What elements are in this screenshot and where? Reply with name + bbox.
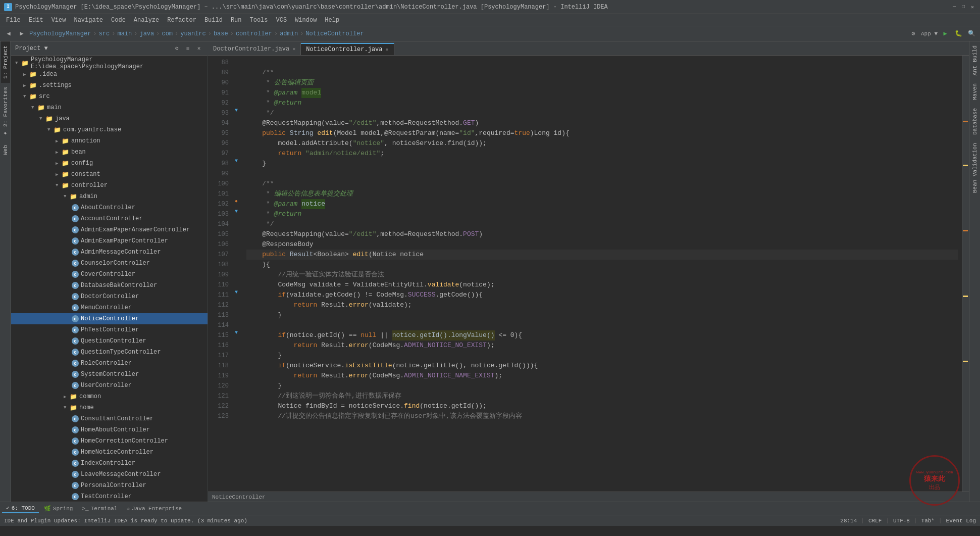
tab-todo[interactable]: ✓ 6: TODO bbox=[2, 504, 39, 513]
breadcrumb-project[interactable]: PsychologyManager bbox=[29, 30, 91, 37]
project-tab[interactable]: 1: Project bbox=[1, 41, 10, 83]
fold-icon-120[interactable]: ▼ bbox=[232, 328, 240, 336]
back-button[interactable]: ◀ bbox=[3, 28, 14, 39]
settings-icon[interactable]: ⚙ bbox=[172, 44, 181, 53]
tree-questioncontroller[interactable]: C QuestionController bbox=[11, 335, 208, 347]
tree-menucontroller[interactable]: C MenuController bbox=[11, 302, 208, 313]
tree-homeaboutcontroller[interactable]: C HomeAboutController bbox=[11, 424, 208, 435]
menu-tools[interactable]: Tools bbox=[246, 16, 272, 25]
layout-icon[interactable]: ≡ bbox=[183, 44, 192, 53]
status-crlf[interactable]: CRLF bbox=[868, 518, 882, 524]
tree-src[interactable]: ▼ 📁 src bbox=[11, 91, 208, 102]
tree-common[interactable]: ▶ 📁 common bbox=[11, 391, 208, 402]
tree-config[interactable]: ▶ 📁 config bbox=[11, 158, 208, 169]
tree-doctorcontroller[interactable]: C DoctorController bbox=[11, 291, 208, 302]
search-icon[interactable]: 🔍 bbox=[966, 28, 977, 39]
menu-build[interactable]: Build bbox=[200, 16, 227, 25]
maximize-button[interactable]: □ bbox=[960, 4, 967, 11]
breakpoint-icon-107[interactable]: ● bbox=[232, 197, 240, 205]
menu-file[interactable]: File bbox=[2, 16, 25, 25]
database-tab[interactable]: Database bbox=[970, 104, 979, 139]
tree-annotion[interactable]: ▶ 📁 annotion bbox=[11, 135, 208, 147]
bean-validation-tab[interactable]: Bean Validation bbox=[970, 139, 979, 197]
status-indent[interactable]: Tab* bbox=[921, 518, 935, 524]
window-controls[interactable]: ─ □ ✕ bbox=[951, 4, 976, 11]
tab-close-notice[interactable]: ✕ bbox=[386, 46, 389, 53]
tab-spring[interactable]: 🌿 Spring bbox=[40, 504, 77, 513]
right-scrollbar[interactable] bbox=[962, 56, 969, 492]
fold-icon-100[interactable]: ▼ bbox=[232, 157, 240, 165]
breadcrumb-yuanlrc[interactable]: yuanlrc bbox=[180, 30, 205, 37]
close-icon[interactable]: ✕ bbox=[194, 44, 203, 53]
status-charset[interactable]: UTF-8 bbox=[893, 518, 910, 524]
web-tab[interactable]: Web bbox=[1, 141, 10, 159]
tree-homenoticecontroller[interactable]: C HomeNoticeController bbox=[11, 447, 208, 458]
fold-icon-108[interactable]: ▼ bbox=[232, 207, 240, 215]
breadcrumb-controller[interactable]: controller bbox=[236, 30, 272, 37]
tree-main[interactable]: ▼ 📁 main bbox=[11, 102, 208, 113]
tab-terminal[interactable]: >_ Terminal bbox=[78, 505, 121, 513]
menu-edit[interactable]: Edit bbox=[25, 16, 47, 25]
menu-vcs[interactable]: VCS bbox=[272, 16, 291, 25]
breadcrumb-main[interactable]: main bbox=[117, 30, 132, 37]
maven-tab[interactable]: Maven bbox=[970, 79, 979, 104]
menu-help[interactable]: Help bbox=[321, 16, 343, 25]
tree-adminmessagecontroller[interactable]: C AdminMessageController bbox=[11, 247, 208, 258]
breadcrumb-base[interactable]: base bbox=[214, 30, 228, 37]
tab-java-enterprise[interactable]: ☕ Java Enterprise bbox=[122, 504, 186, 513]
tree-aboutcontroller[interactable]: C AboutController bbox=[11, 202, 208, 213]
tree-databasebakcontroller[interactable]: C DatabaseBakController bbox=[11, 280, 208, 291]
code-content[interactable]: /** * 公告编辑页面 * @param model * @return */ bbox=[242, 56, 962, 492]
breadcrumb-com[interactable]: com bbox=[162, 30, 173, 37]
tree-constant[interactable]: ▶ 📁 constant bbox=[11, 169, 208, 180]
tab-doctorcontroller[interactable]: DoctorController.java ✕ bbox=[208, 43, 301, 55]
breadcrumb-src[interactable]: src bbox=[99, 30, 110, 37]
tab-close-doctor[interactable]: ✕ bbox=[292, 46, 295, 52]
tree-settings[interactable]: ▶ 📁 .settings bbox=[11, 80, 208, 91]
tree-adminexampapercontroller[interactable]: C AdminExamPaperController bbox=[11, 235, 208, 247]
close-button[interactable]: ✕ bbox=[969, 4, 976, 11]
tree-covercontroller[interactable]: C CoverController bbox=[11, 269, 208, 280]
tree-bean[interactable]: ▶ 📁 bean bbox=[11, 147, 208, 158]
tree-leavemessagecontroller[interactable]: C LeaveMessageController bbox=[11, 469, 208, 480]
tree-home-folder[interactable]: ▼ 📁 home bbox=[11, 402, 208, 413]
menu-code[interactable]: Code bbox=[107, 16, 130, 25]
tree-testcontroller[interactable]: C TestController bbox=[11, 491, 208, 502]
menu-analyze[interactable]: Analyze bbox=[130, 16, 163, 25]
breadcrumb-java[interactable]: java bbox=[139, 30, 154, 37]
tree-rolecontroller[interactable]: C RoleController bbox=[11, 358, 208, 369]
menu-refactor[interactable]: Refactor bbox=[163, 16, 200, 25]
tab-noticecontroller[interactable]: NoticeController.java ✕ bbox=[301, 43, 394, 55]
tree-personalcontroller[interactable]: C PersonalController bbox=[11, 480, 208, 491]
breadcrumb-admin[interactable]: admin bbox=[280, 30, 298, 37]
tree-counselorcontroller[interactable]: C CounselorController bbox=[11, 258, 208, 269]
tree-questiontypecontroller[interactable]: C QuestionTypeController bbox=[11, 347, 208, 358]
tree-controller[interactable]: ▼ 📁 controller bbox=[11, 180, 208, 191]
menu-view[interactable]: View bbox=[47, 16, 70, 25]
tree-admin-folder[interactable]: ▼ 📁 admin bbox=[11, 191, 208, 202]
ant-build-tab[interactable]: Ant Build bbox=[970, 41, 979, 79]
tree-java[interactable]: ▼ 📁 java bbox=[11, 113, 208, 124]
menu-navigate[interactable]: Navigate bbox=[70, 16, 107, 25]
tree-phtestcontroller[interactable]: C PhTestController bbox=[11, 324, 208, 335]
menu-window[interactable]: Window bbox=[291, 16, 321, 25]
tree-accountcontroller[interactable]: C AccountController bbox=[11, 213, 208, 224]
run-icon[interactable]: ▶ bbox=[940, 28, 951, 39]
favorites-tab[interactable]: ★ 2: Favorites bbox=[1, 83, 10, 141]
debug-icon[interactable]: 🐛 bbox=[953, 28, 964, 39]
fold-icon-94[interactable]: ▼ bbox=[232, 106, 240, 114]
breadcrumb-notice[interactable]: NoticeController bbox=[305, 30, 364, 37]
fold-icon-117[interactable]: ▼ bbox=[232, 288, 240, 296]
tree-adminexampaperanswercontroller[interactable]: C AdminExamPaperAnswerController bbox=[11, 224, 208, 235]
tree-systemcontroller[interactable]: C SystemController bbox=[11, 369, 208, 380]
status-eventlog[interactable]: Event Log bbox=[946, 518, 976, 524]
tree-com-yuanlrc[interactable]: ▼ 📁 com.yuanlrc.base bbox=[11, 124, 208, 135]
tree-usercontroller[interactable]: C UserController bbox=[11, 380, 208, 391]
tree-homecorrectioncontroller[interactable]: C HomeCorrectionController bbox=[11, 435, 208, 447]
minimize-button[interactable]: ─ bbox=[951, 4, 958, 11]
tree-consultantcontroller[interactable]: C ConsultantController bbox=[11, 413, 208, 424]
tree-psychologymanager[interactable]: ▼ 📁 PsychologyManager E:\idea_space\Psyc… bbox=[11, 58, 208, 69]
settings-icon[interactable]: ⚙ bbox=[908, 28, 919, 39]
forward-button[interactable]: ▶ bbox=[16, 28, 27, 39]
tree-noticecontroller[interactable]: C NoticeController bbox=[11, 313, 208, 324]
